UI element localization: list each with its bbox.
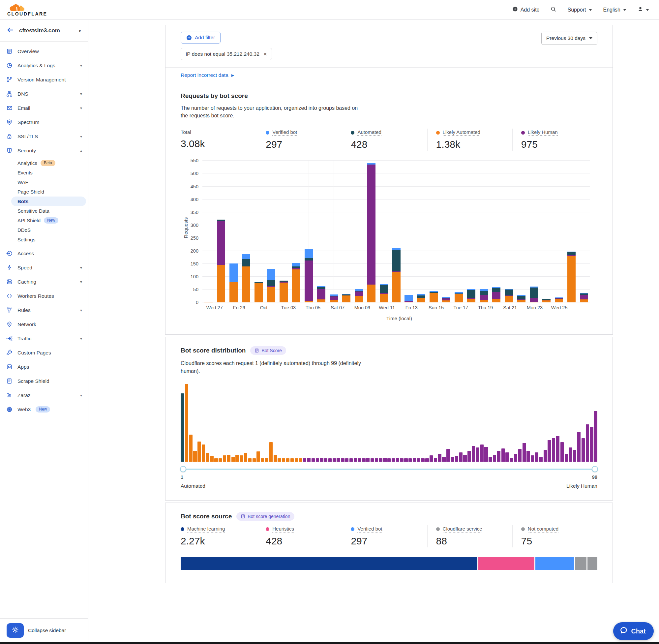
- sidebar-item-email[interactable]: Email▾: [0, 101, 88, 115]
- distribution-bar: [379, 458, 382, 461]
- sidebar-item-traffic[interactable]: Traffic▾: [0, 331, 88, 346]
- sidebar-item-bots[interactable]: Bots: [11, 197, 86, 206]
- sidebar-item-settings[interactable]: Settings: [0, 235, 88, 244]
- sidebar-item-sensitive-data[interactable]: Sensitive Data: [0, 206, 88, 216]
- apps-icon: [6, 364, 13, 370]
- sidebar-item-custom-pages[interactable]: Custom Pages: [0, 346, 88, 360]
- sidebar-item-scrape-shield[interactable]: Scrape Shield: [0, 374, 88, 388]
- back-arrow-icon[interactable]: [6, 26, 14, 35]
- report-incorrect-data-link[interactable]: Report incorrect data▶: [181, 72, 234, 78]
- sidebar-item-web3[interactable]: Web3New: [0, 402, 88, 416]
- bot-score-generation-badge[interactable]: Bot score generation: [236, 512, 295, 521]
- stat-value: 1.38k: [436, 139, 512, 150]
- badge-beta: Beta: [41, 160, 55, 166]
- stat-label-text: Automated: [357, 129, 381, 136]
- sidebar-item-analytics[interactable]: AnalyticsBeta: [0, 158, 88, 168]
- chart-bar: [377, 161, 390, 302]
- distribution-bar: [459, 453, 463, 462]
- analytics-icon: [6, 62, 13, 69]
- account-menu[interactable]: [638, 6, 649, 13]
- label-likely-human: Likely Human: [566, 483, 597, 489]
- sidebar-item-caching[interactable]: Caching▾: [0, 275, 88, 289]
- slider-handle-right[interactable]: [592, 466, 598, 472]
- sidebar-item-workers-routes[interactable]: Workers Routes: [0, 289, 88, 303]
- sidebar-item-access[interactable]: Access: [0, 246, 88, 260]
- x-tick-label: Tue 03: [281, 305, 296, 310]
- source-segment-machine-learning: [181, 557, 477, 570]
- collapse-sidebar-label[interactable]: Collapse sidebar: [28, 627, 66, 634]
- sidebar-item-version-management[interactable]: Version Management: [0, 72, 88, 87]
- bar-segment-verified-bot: [292, 263, 300, 267]
- sidebar-item-apps[interactable]: Apps: [0, 360, 88, 374]
- sidebar-item-rules[interactable]: Rules▾: [0, 303, 88, 317]
- chart-bar: [253, 161, 265, 302]
- sidebar-item-security[interactable]: Security▴: [0, 143, 88, 158]
- chart-bar: [365, 161, 377, 302]
- remove-filter-icon[interactable]: ×: [263, 51, 267, 57]
- stat-label[interactable]: Verified bot: [351, 526, 382, 532]
- x-tick-label: Fri 13: [405, 305, 418, 310]
- bar-segment-verified-bot: [242, 254, 250, 259]
- badge-new: New: [44, 217, 58, 224]
- security-icon: [6, 147, 13, 154]
- stat-label[interactable]: Machine learning: [181, 526, 225, 532]
- sidebar-item-page-shield[interactable]: Page Shield: [0, 187, 88, 197]
- add-site-button[interactable]: Add site: [512, 6, 540, 13]
- sidebar-item-speed[interactable]: Speed▾: [0, 260, 88, 275]
- sidebar-item-label: Rules: [18, 307, 31, 313]
- chevron-right-icon[interactable]: ▸: [79, 28, 81, 33]
- bot-score-badge[interactable]: Bot Score: [250, 346, 286, 355]
- filter-chip[interactable]: IP does not equal 35.212.240.32 ×: [181, 48, 272, 60]
- distribution-bar: [244, 453, 247, 462]
- cloudflare-logo[interactable]: CLOUDFLARE: [7, 4, 47, 16]
- sidebar-item-zaraz[interactable]: Zaraz▾: [0, 388, 88, 402]
- distribution-bar: [560, 442, 564, 462]
- sidebar-item-network[interactable]: Network: [0, 317, 88, 331]
- stat-label[interactable]: Heuristics: [266, 526, 294, 532]
- language-menu[interactable]: English: [603, 7, 626, 13]
- stat-heuristics: Heuristics428: [257, 525, 342, 547]
- distribution-bar: [573, 450, 576, 462]
- stat-label[interactable]: Automated: [351, 129, 381, 136]
- chart-bar: [503, 161, 515, 302]
- bar-segment-likely-automated: [567, 256, 575, 303]
- add-filter-button[interactable]: Add filter: [181, 32, 220, 44]
- support-menu[interactable]: Support: [567, 7, 592, 13]
- chat-button[interactable]: Chat: [613, 622, 654, 640]
- distribution-bar: [303, 458, 306, 461]
- source-segment-verified-bot: [535, 557, 574, 570]
- sidebar-item-ddos[interactable]: DDoS: [0, 225, 88, 235]
- time-range-dropdown[interactable]: Previous 30 days: [541, 32, 597, 45]
- search-icon[interactable]: [550, 6, 556, 13]
- sidebar-item-overview[interactable]: Overview: [0, 44, 88, 59]
- x-tick-label: Wed 27: [206, 305, 223, 310]
- settings-gear-button[interactable]: [6, 623, 24, 638]
- slider-handle-left[interactable]: [180, 466, 186, 472]
- stat-likely-automated: Likely Automated1.38k: [427, 129, 512, 151]
- requests-chart: Requests 0501001502002503003504004505005…: [181, 161, 597, 321]
- stat-label[interactable]: Verified bot: [266, 129, 297, 136]
- y-tick-label: 100: [191, 274, 198, 279]
- distribution-bar: [552, 438, 555, 462]
- chevron-down-icon: ▾: [80, 336, 82, 341]
- sidebar-nav: OverviewAnalytics & Logs▾Version Managem…: [0, 42, 88, 618]
- sidebar-item-spectrum[interactable]: Spectrum: [0, 115, 88, 129]
- ssl-icon: [6, 133, 13, 140]
- distribution-bar: [324, 458, 327, 461]
- distribution-bar: [556, 436, 560, 462]
- arrow-right-icon: ▶: [231, 73, 234, 77]
- distribution-bar: [290, 458, 294, 461]
- stat-label[interactable]: Likely Automated: [436, 129, 480, 136]
- distribution-bar: [240, 455, 243, 462]
- stat-label[interactable]: Likely Human: [521, 129, 558, 136]
- stat-label[interactable]: Cloudflare service: [436, 526, 482, 532]
- bar-segment-likely-automated: [505, 296, 513, 303]
- sidebar-item-waf[interactable]: WAF: [0, 178, 88, 187]
- sidebar-item-api-shield[interactable]: API ShieldNew: [0, 216, 88, 225]
- sidebar-item-dns[interactable]: DNS▾: [0, 87, 88, 101]
- stat-label[interactable]: Not computed: [521, 526, 559, 532]
- sidebar-item-analytics-logs[interactable]: Analytics & Logs▾: [0, 59, 88, 72]
- sidebar-item-events[interactable]: Events: [0, 168, 88, 178]
- sidebar-item-ssl-tls[interactable]: SSL/TLS▾: [0, 129, 88, 143]
- bar-segment-verified-bot: [267, 269, 275, 280]
